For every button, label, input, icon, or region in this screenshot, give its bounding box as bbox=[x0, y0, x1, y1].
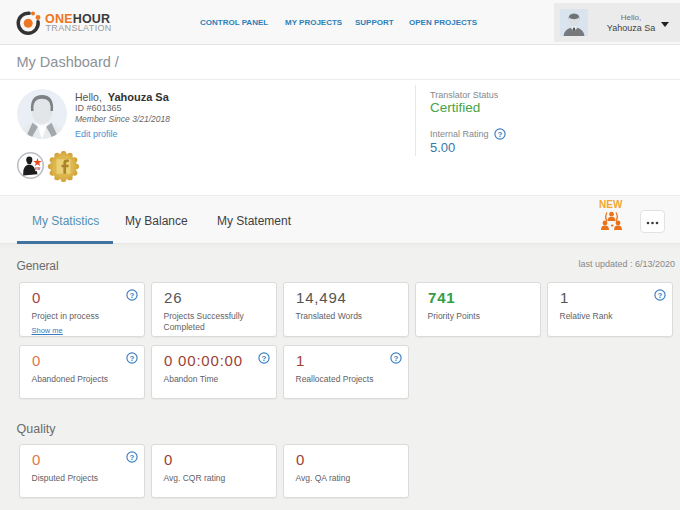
svg-text:?: ? bbox=[130, 291, 135, 300]
svg-text:?: ? bbox=[130, 354, 135, 363]
svg-text:?: ? bbox=[262, 354, 267, 363]
svg-text:?: ? bbox=[498, 129, 503, 138]
svg-text:KW: KW bbox=[35, 167, 40, 171]
svg-text:?: ? bbox=[394, 354, 399, 363]
svg-text:?: ? bbox=[130, 453, 135, 462]
svg-text:?: ? bbox=[658, 291, 663, 300]
